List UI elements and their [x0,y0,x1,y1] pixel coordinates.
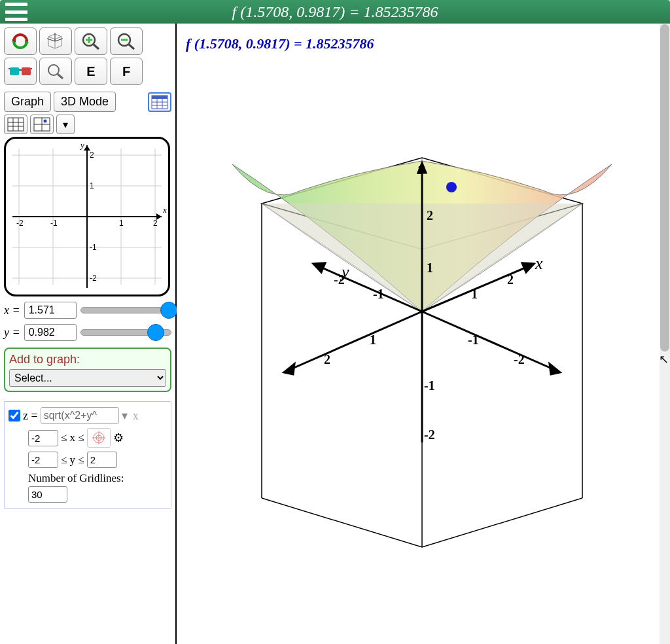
svg-text:-2: -2 [424,427,435,442]
svg-text:-2: -2 [16,219,24,228]
svg-text:-1: -1 [50,219,58,228]
svg-text:z: z [417,159,424,178]
top-bar: f (1.5708, 0.9817) = 1.85235786 [0,0,670,24]
svg-point-11 [48,65,59,75]
x-slider[interactable] [80,307,171,313]
settings-button[interactable]: ⚙ [113,431,124,445]
y-min-input[interactable] [28,452,58,468]
svg-line-60 [422,312,556,370]
svg-text:1: 1 [370,332,376,347]
e-button[interactable]: E [75,58,107,85]
3d-mode-button[interactable]: 3D Mode [54,92,116,112]
add-to-graph-panel: Add to graph: Select... [4,348,171,392]
y-max-input[interactable] [87,452,117,468]
remove-equation-button[interactable]: x [133,409,139,423]
svg-rect-19 [8,118,24,131]
svg-marker-65 [284,364,294,374]
menu-icon[interactable] [5,3,27,21]
sidebar: E F Graph 3D Mode [0,24,177,644]
vertical-scrollbar[interactable] [660,24,670,644]
equation-input[interactable] [41,407,119,424]
svg-text:x: x [535,254,543,273]
table-icon [151,95,168,109]
table-icon-button[interactable] [148,92,171,112]
svg-text:2: 2 [507,272,514,287]
inspect-button[interactable] [39,58,72,85]
equation-dropdown-icon[interactable]: ▾ [122,408,128,423]
reset-button[interactable] [4,27,37,55]
svg-line-12 [58,74,63,79]
gridlines-input[interactable] [28,486,67,503]
svg-text:-1: -1 [373,287,384,301]
glasses-icon [9,65,32,78]
scrollbar-thumb[interactable] [660,24,669,351]
svg-rect-9 [10,67,19,75]
y-slider[interactable] [80,329,171,336]
plot-title: f (1.5708, 0.9817) = 1.85235786 [186,35,374,52]
y-range-label: ≤ y ≤ [61,454,84,467]
refresh-icon [10,32,31,50]
cube-axes-icon [44,31,67,51]
point-grid-button[interactable] [30,115,54,134]
svg-text:1: 1 [427,260,433,275]
svg-rect-10 [22,67,31,75]
grid-icon [7,117,24,132]
grid-button[interactable] [4,115,27,134]
svg-text:-1: -1 [90,243,97,252]
svg-marker-39 [84,145,90,151]
3d-plot-area[interactable]: f (1.5708, 0.9817) = 1.85235786 [177,24,670,644]
svg-text:-2: -2 [514,352,525,367]
zoom-out-button[interactable] [110,27,143,55]
svg-text:2: 2 [427,208,433,223]
svg-text:-1: -1 [424,378,435,393]
svg-rect-14 [152,96,168,99]
x-label: x = [4,304,20,317]
svg-text:2: 2 [153,219,158,228]
header-title: f (1.5708, 0.9817) = 1.85235786 [0,3,670,21]
add-to-graph-select[interactable]: Select... [9,369,166,387]
svg-text:-1: -1 [468,332,479,347]
point-grid-icon [33,117,50,132]
zoom-out-icon [116,31,137,51]
y-label: y = [4,326,20,340]
svg-text:1: 1 [90,181,94,190]
svg-marker-63 [522,263,534,272]
svg-line-7 [129,45,134,49]
svg-marker-61 [550,364,560,374]
add-to-graph-label: Add to graph: [9,353,166,367]
svg-text:2: 2 [324,352,330,367]
dropdown-button[interactable]: ▾ [56,115,75,134]
svg-line-3 [94,45,99,49]
zoom-in-button[interactable] [75,27,107,55]
magnifier-icon [46,63,65,80]
svg-text:x: x [162,205,167,215]
svg-text:-2: -2 [90,274,97,283]
svg-marker-67 [313,263,325,272]
3d-glasses-button[interactable] [4,58,37,85]
equation-lhs: z = [23,409,38,423]
svg-text:2: 2 [90,151,94,160]
axes-button[interactable] [39,27,72,55]
svg-text:y: y [79,140,84,150]
3d-plot-svg: z x y 2 1 -1 -2 -1 -2 1 2 1 2 -1 -2 [177,24,661,613]
svg-text:-2: -2 [334,272,345,287]
mini-2d-plot[interactable]: x y -2-1 12 21 -1-2 [4,137,170,296]
graph-button[interactable]: Graph [4,92,51,112]
gear-icon: ⚙ [113,431,124,444]
chevron-down-icon: ▾ [63,118,68,131]
x-min-input[interactable] [28,430,58,446]
evaluated-point [446,182,457,192]
equation-panel: z = ▾ x ≤ x ≤ ⚙ ≤ y ≤ Number of Gr [4,401,171,509]
f-button[interactable]: F [110,58,143,85]
equation-checkbox[interactable] [9,410,20,421]
svg-line-64 [288,312,422,370]
range-preview-icon[interactable] [87,428,111,448]
svg-text:1: 1 [119,219,124,228]
zoom-in-icon [80,31,101,51]
x-range-label: ≤ x ≤ [61,431,84,444]
x-input[interactable] [24,302,77,319]
svg-point-27 [44,120,47,123]
y-input[interactable] [24,324,77,341]
svg-text:1: 1 [471,287,478,301]
gridlines-label: Number of Gridlines: [28,472,167,485]
